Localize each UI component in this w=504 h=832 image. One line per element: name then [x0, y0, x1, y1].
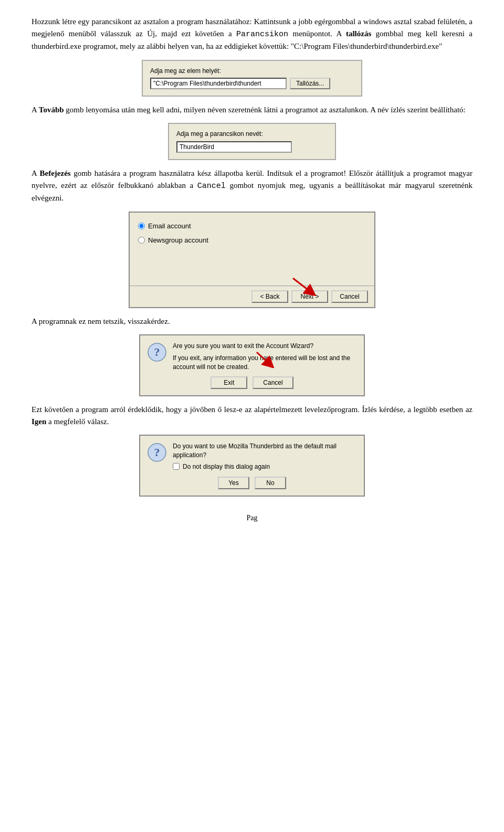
svg-line-5 — [257, 352, 270, 364]
p3-bold: Befejezés — [40, 169, 71, 177]
paragraph-5: Ezt követően a program arról érdeklődik,… — [32, 404, 472, 427]
confirm-dialog: ? Are you sure you want to exit the Acco… — [139, 334, 365, 396]
dialog-spacer — [138, 250, 366, 281]
svg-line-1 — [293, 278, 311, 292]
no-display-checkbox[interactable] — [173, 463, 180, 470]
back-button[interactable]: < Back — [251, 290, 288, 303]
page-number: Pag — [247, 514, 258, 522]
name-dialog-label: Adja meg a parancsikon nevét: — [176, 129, 328, 139]
account-wizard-dialog: Email account Newsgroup account < Back N… — [129, 212, 375, 308]
confirm-line2: If you exit, any information you have en… — [173, 354, 356, 372]
svg-text:?: ? — [154, 345, 160, 359]
p1-bold2: tallózás — [346, 29, 371, 38]
svg-text:?: ? — [154, 446, 160, 459]
confirm-top-row: ? Are you sure you want to exit the Acco… — [148, 342, 356, 371]
exit-button[interactable]: Exit — [211, 376, 247, 389]
no-display-row[interactable]: Do not display this dialog again — [173, 462, 356, 471]
page-footer: Pag — [32, 512, 472, 523]
p2-rest: gomb lenyomása után meg kell adni, milye… — [64, 106, 466, 114]
confirm-dialog-wrapper: ? Are you sure you want to exit the Acco… — [32, 334, 472, 396]
question-icon: ? — [148, 343, 166, 362]
no-display-label: Do not display this dialog again — [183, 462, 270, 471]
name-dialog-wrapper: Adja meg a parancsikon nevét: — [32, 123, 472, 160]
account-wizard-wrapper: Email account Newsgroup account < Back N… — [32, 212, 472, 308]
p1-rest: menüpontot. A — [288, 29, 346, 38]
newsgroup-account-row[interactable]: Newsgroup account — [138, 235, 366, 246]
account-wizard-body: Email account Newsgroup account — [130, 213, 374, 286]
default-question-icon: ? — [148, 443, 166, 462]
confirm-cancel-button[interactable]: Cancel — [253, 376, 293, 389]
name-dialog: Adja meg a parancsikon nevét: — [168, 123, 336, 160]
confirm-message: Are you sure you want to exit the Accoun… — [173, 342, 356, 371]
yes-button[interactable]: Yes — [218, 477, 249, 489]
confirm-red-arrow-icon — [254, 350, 275, 368]
cancel-button[interactable]: Cancel — [331, 290, 368, 303]
confirm-button-row: Exit Cancel — [148, 376, 356, 389]
browse-input-row: Tallózás... — [150, 78, 354, 89]
browse-path-input[interactable] — [150, 78, 287, 89]
p3-text: A — [32, 169, 40, 177]
browse-button[interactable]: Tallózás... — [290, 78, 330, 89]
p2-bold: Tovább — [39, 106, 64, 114]
default-top-row: ? Do you want to use Mozilla Thunderbird… — [148, 442, 356, 471]
p1-keyword: Parancsikon — [236, 30, 288, 39]
browse-dialog-wrapper: Adja meg az elem helyét: Tallózás... — [32, 60, 472, 97]
email-account-row[interactable]: Email account — [138, 221, 366, 231]
p5-text: Ezt követően a program arról érdeklődik,… — [32, 405, 472, 414]
p5-rest: a megfelelő válasz. — [46, 417, 109, 426]
browse-dialog-label: Adja meg az elem helyét: — [150, 66, 354, 76]
default-mail-dialog: ? Do you want to use Mozilla Thunderbird… — [139, 435, 365, 497]
paragraph-1: Hozzunk létre egy parancsikont az asztal… — [32, 16, 472, 52]
no-button[interactable]: No — [255, 477, 286, 489]
paragraph-2: A Tovább gomb lenyomása után meg kell ad… — [32, 104, 472, 116]
default-mail-dialog-wrapper: ? Do you want to use Mozilla Thunderbird… — [32, 435, 472, 497]
browse-dialog: Adja meg az elem helyét: Tallózás... — [142, 60, 362, 97]
account-wizard-button-bar: < Back Next > Cancel — [130, 286, 374, 307]
red-arrow-icon — [290, 276, 317, 297]
p4-text: A programnak ez nem tetszik, visszakérde… — [32, 317, 170, 325]
p5-bold: Igen — [32, 417, 46, 426]
default-mail-content: Do you want to use Mozilla Thunderbird a… — [173, 442, 356, 471]
newsgroup-account-label: Newsgroup account — [148, 235, 208, 246]
email-account-radio[interactable] — [138, 223, 145, 229]
p2-text: A — [32, 106, 39, 114]
paragraph-3: A Befejezés gomb hatására a program hasz… — [32, 167, 472, 204]
shortcut-name-input[interactable] — [176, 141, 292, 153]
email-account-label: Email account — [148, 221, 191, 231]
default-mail-button-row: Yes No — [148, 477, 356, 489]
default-mail-message: Do you want to use Mozilla Thunderbird a… — [173, 442, 356, 460]
p3-bold2: Cancel — [197, 182, 226, 191]
paragraph-4: A programnak ez nem tetszik, visszakérde… — [32, 315, 472, 328]
newsgroup-account-radio[interactable] — [138, 237, 145, 244]
